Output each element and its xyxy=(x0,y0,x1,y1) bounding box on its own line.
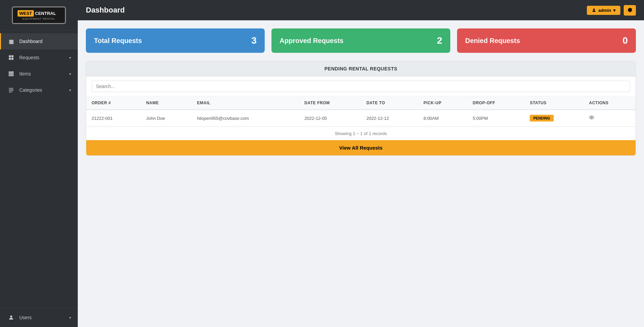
col-pickup: PICK-UP xyxy=(418,96,467,110)
logo-central: CENTRAL xyxy=(35,11,56,16)
chevron-down-icon: ▾ xyxy=(69,316,71,320)
col-date-from: DATE FROM xyxy=(299,96,361,110)
users-icon xyxy=(8,314,15,321)
table-header-row: ORDER # NAME EMAIL DATE FROM DATE TO PIC… xyxy=(86,96,636,110)
user-icon xyxy=(592,8,596,13)
view-action-button[interactable] xyxy=(589,115,594,122)
svg-rect-5 xyxy=(9,73,14,75)
gear-icon xyxy=(627,7,633,13)
svg-rect-1 xyxy=(11,55,14,57)
sidebar-item-label: Categories xyxy=(19,87,42,93)
content-area: Total Requests 3 Approved Requests 2 Den… xyxy=(78,20,644,327)
cell-date-from: 2022-12-05 xyxy=(299,110,361,127)
col-dropoff: DROP-OFF xyxy=(467,96,524,110)
svg-rect-9 xyxy=(9,91,14,91)
stats-row: Total Requests 3 Approved Requests 2 Den… xyxy=(86,28,636,53)
sidebar-item-items[interactable]: Items ▾ xyxy=(0,66,78,82)
stat-card-total[interactable]: Total Requests 3 xyxy=(86,28,265,53)
requests-icon xyxy=(8,54,15,61)
cell-status: PENDING xyxy=(524,110,583,127)
col-name: NAME xyxy=(141,96,191,110)
svg-rect-2 xyxy=(9,58,11,60)
table-pagination: Showing 1 – 1 of 1 records xyxy=(86,127,636,140)
cell-date-to: 2022-12-12 xyxy=(361,110,418,127)
approved-requests-label: Approved Requests xyxy=(280,37,343,45)
svg-rect-0 xyxy=(9,55,11,57)
settings-button[interactable] xyxy=(624,5,636,16)
status-badge: PENDING xyxy=(530,115,553,122)
sidebar-item-dashboard[interactable]: ▦ Dashboard xyxy=(0,33,78,49)
cell-actions xyxy=(583,110,636,127)
search-input[interactable] xyxy=(92,81,630,92)
page-title: Dashboard xyxy=(86,6,125,15)
requests-table: ORDER # NAME EMAIL DATE FROM DATE TO PIC… xyxy=(86,96,636,127)
svg-rect-8 xyxy=(9,89,14,90)
svg-point-13 xyxy=(591,117,592,118)
col-date-to: DATE TO xyxy=(361,96,418,110)
topbar-right: admin ▾ xyxy=(587,5,636,16)
admin-dropdown-arrow: ▾ xyxy=(613,8,616,13)
cell-pickup: 8:00AM xyxy=(418,110,467,127)
sidebar-item-label: Users xyxy=(19,315,32,320)
main-content: Dashboard admin ▾ Total Requests 3 Appro… xyxy=(78,0,644,327)
cell-dropoff: 5:00PM xyxy=(467,110,524,127)
sidebar-item-label: Items xyxy=(19,71,31,77)
denied-requests-label: Denied Requests xyxy=(465,37,520,45)
table-card: PENDING RENTAL REQUESTS ORDER # NAME EMA… xyxy=(86,61,636,156)
sidebar-item-categories[interactable]: Categories ▾ xyxy=(0,82,78,98)
svg-rect-4 xyxy=(9,71,14,73)
sidebar: WEST CENTRAL EQUIPMENT RENTAL ▦ Dashboar… xyxy=(0,0,78,327)
items-icon xyxy=(8,70,15,77)
total-requests-count: 3 xyxy=(251,35,257,46)
sidebar-item-users[interactable]: Users ▾ xyxy=(0,309,78,326)
table-search-area xyxy=(86,77,636,96)
sidebar-item-label: Requests xyxy=(19,55,39,60)
chevron-down-icon: ▾ xyxy=(69,56,71,60)
admin-label: admin xyxy=(598,8,611,13)
svg-rect-7 xyxy=(9,88,14,89)
logo-box: WEST CENTRAL EQUIPMENT RENTAL xyxy=(12,6,66,24)
sidebar-item-requests[interactable]: Requests ▾ xyxy=(0,49,78,66)
cell-name: John Doe xyxy=(141,110,191,127)
sidebar-logo: WEST CENTRAL EQUIPMENT RENTAL xyxy=(0,0,78,30)
col-order: ORDER # xyxy=(86,96,141,110)
logo-sub: EQUIPMENT RENTAL xyxy=(18,17,60,20)
stat-card-approved[interactable]: Approved Requests 2 xyxy=(271,28,450,53)
chevron-down-icon: ▾ xyxy=(69,88,71,92)
view-all-button[interactable]: View All Requests xyxy=(86,140,636,155)
admin-button[interactable]: admin ▾ xyxy=(587,6,620,15)
cell-email: hilopen955@covbase.com xyxy=(192,110,299,127)
sidebar-item-label: Dashboard xyxy=(19,39,43,44)
svg-point-12 xyxy=(593,8,595,10)
total-requests-label: Total Requests xyxy=(94,37,142,45)
svg-rect-3 xyxy=(11,58,14,60)
table-title: PENDING RENTAL REQUESTS xyxy=(86,61,636,77)
svg-rect-6 xyxy=(9,75,14,76)
sidebar-bottom: Users ▾ xyxy=(0,308,78,327)
approved-requests-count: 2 xyxy=(437,35,442,46)
cell-order: 21222-001 xyxy=(86,110,141,127)
sidebar-nav: ▦ Dashboard Requests ▾ Items ▾ Categorie… xyxy=(0,30,78,308)
svg-rect-10 xyxy=(9,92,12,92)
svg-point-11 xyxy=(10,315,12,318)
eye-icon xyxy=(589,115,594,120)
topbar: Dashboard admin ▾ xyxy=(78,0,644,20)
categories-icon xyxy=(8,87,15,93)
logo-west: WEST xyxy=(18,10,34,17)
dashboard-icon: ▦ xyxy=(8,38,15,45)
col-status: STATUS xyxy=(524,96,583,110)
col-actions: ACTIONS xyxy=(583,96,636,110)
stat-card-denied[interactable]: Denied Requests 0 xyxy=(457,28,636,53)
col-email: EMAIL xyxy=(192,96,299,110)
chevron-down-icon: ▾ xyxy=(69,72,71,76)
table-row: 21222-001 John Doe hilopen955@covbase.co… xyxy=(86,110,636,127)
denied-requests-count: 0 xyxy=(622,35,628,46)
